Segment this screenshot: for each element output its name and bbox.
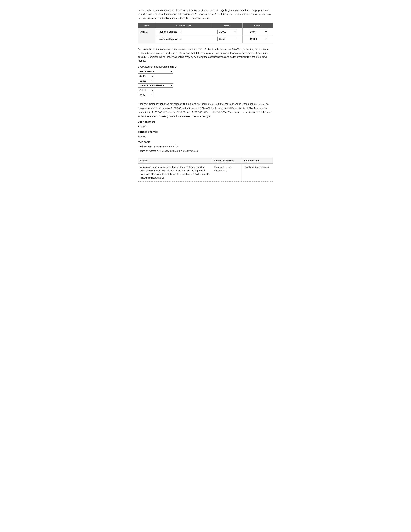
debit-select-2[interactable]: Select 11,000 1,000 xyxy=(217,37,237,41)
col-balance-sheet: Balance Sheet xyxy=(242,158,273,163)
list-item: Unearned Rent Revenue Select Rent Revenu… xyxy=(138,83,196,87)
unearned-account-select[interactable]: Unearned Rent Revenue Select Rent Revenu… xyxy=(138,83,173,87)
credit-select-1[interactable]: Select 11,000 1,000 xyxy=(248,29,267,34)
journal-table-1: Date Account Title Debit Credit Jan. 1 P… xyxy=(138,23,273,43)
journal2-header-line: DateAccount TitleDebitCredit Jan. 1 xyxy=(138,65,273,68)
rent-account-select[interactable]: Rent Revenue Select Unearned Rent Revenu… xyxy=(138,69,173,74)
debit-cell-2: Select 11,000 1,000 xyxy=(212,36,243,43)
unearned-credit-select[interactable]: 3,000 Select 9,000 xyxy=(138,93,154,97)
col-credit: Credit xyxy=(243,23,273,28)
section2-intro: On November 1, the company rented space … xyxy=(138,47,273,63)
credit-cell-1: Select 11,000 1,000 xyxy=(243,28,273,36)
your-answer-value: 125.5%. xyxy=(138,124,273,128)
correct-answer-label: correct answer: xyxy=(138,130,273,134)
date-empty-row2 xyxy=(138,36,155,43)
section1-intro: On December 1, the company paid $12,000 … xyxy=(138,8,273,20)
feedback-line-2: Return on Assets = $20,000 / $100,000 = … xyxy=(138,149,273,153)
bottom-table: Events Income Statement Balance Sheet Wh… xyxy=(138,158,273,181)
date-jan1-row1: Jan. 1 xyxy=(138,28,155,36)
col-account-title: Account Title xyxy=(155,23,212,28)
unearned-debit-select[interactable]: Select 3,000 9,000 xyxy=(138,88,154,92)
col-events: Events xyxy=(138,158,212,163)
debit-select-1[interactable]: 11,000 Select 1,000 xyxy=(217,29,237,34)
events-cell: While analyzing the adjusting entries at… xyxy=(138,163,212,181)
feedback-line-1: Profit Margin = Net Income / Net Sales xyxy=(138,144,273,149)
list-item: 3,000 Select 9,000 xyxy=(138,93,196,97)
balance-cell: Assets will be overstated. xyxy=(242,163,273,181)
account-select-cell-2: Insurance Expense Prepaid Insurance Sele… xyxy=(155,36,212,43)
table-row: Insurance Expense Prepaid Insurance Sele… xyxy=(138,36,273,43)
debit-cell-1: 11,000 Select 1,000 xyxy=(212,28,243,36)
your-answer-label: your answer: xyxy=(138,120,273,124)
list-item: Rent Revenue Select Unearned Rent Revenu… xyxy=(138,69,196,74)
correct-answer-value: 20.0%. xyxy=(138,134,273,139)
rent-credit-select-1[interactable]: Select 3,000 9,000 xyxy=(138,79,154,83)
feedback-label: feedback: xyxy=(138,140,273,144)
col-income-statement: Income Statement xyxy=(212,158,242,163)
account-select-2[interactable]: Insurance Expense Prepaid Insurance Sele… xyxy=(157,37,182,41)
account-select-cell-1: Prepaid Insurance Insurance Expense Sele… xyxy=(155,28,212,36)
credit-select-2[interactable]: 11,000 Select 1,000 xyxy=(248,37,267,41)
profit-intro-text: Roselawn Company reported net sales of $… xyxy=(138,102,273,118)
journal2-list: Rent Revenue Select Unearned Rent Revenu… xyxy=(138,69,196,97)
list-item: Select 3,000 9,000 xyxy=(138,88,196,92)
list-item: Select 3,000 9,000 xyxy=(138,79,196,83)
table-row: While analyzing the adjusting entries at… xyxy=(138,163,273,181)
income-cell: Expenses will be understated. xyxy=(212,163,242,181)
rent-debit-select[interactable]: 3,000 Select 9,000 xyxy=(138,74,154,78)
journal2-date: Jan. 1 xyxy=(169,65,177,68)
col-debit: Debit xyxy=(212,23,243,28)
list-item: 3,000 Select 9,000 xyxy=(138,74,196,78)
credit-cell-2: 11,000 Select 1,000 xyxy=(243,36,273,43)
account-select-1[interactable]: Prepaid Insurance Insurance Expense Sele… xyxy=(157,29,182,34)
table-row: Jan. 1 Prepaid Insurance Insurance Expen… xyxy=(138,28,273,36)
journal2-header-text: DateAccount TitleDebitCredit xyxy=(138,65,169,68)
col-date: Date xyxy=(138,23,155,28)
